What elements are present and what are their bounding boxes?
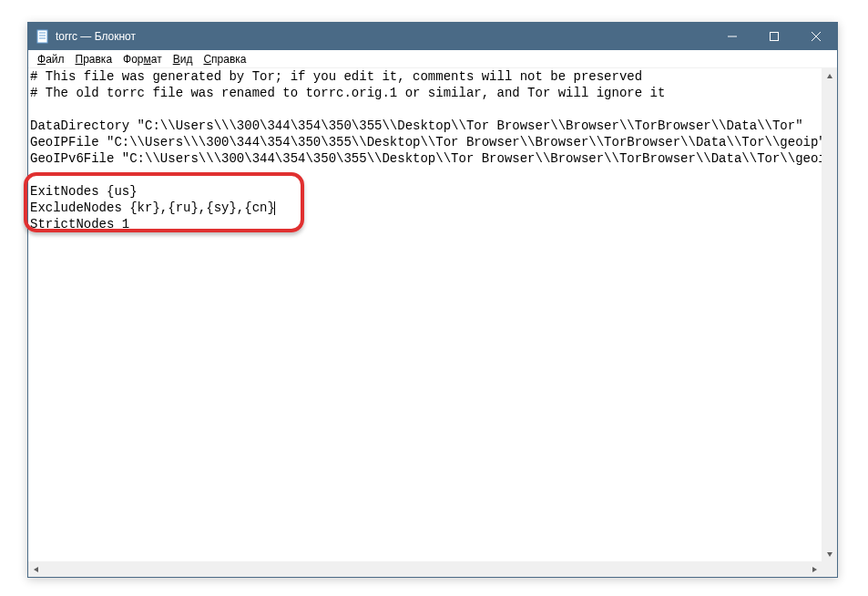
notepad-window: torrc — Блокнот Файл Правка Формат Вид С… [27, 22, 838, 578]
titlebar[interactable]: torrc — Блокнот [28, 23, 837, 50]
window-controls [711, 23, 837, 50]
svg-marker-9 [827, 552, 832, 557]
maximize-button[interactable] [753, 23, 795, 50]
scroll-corner [822, 561, 837, 577]
menu-file[interactable]: Файл [32, 52, 70, 67]
scroll-track-horizontal[interactable] [44, 561, 806, 577]
notepad-icon [36, 29, 50, 44]
svg-marker-11 [812, 567, 817, 572]
minimize-button[interactable] [711, 23, 753, 50]
scroll-left-button[interactable] [28, 561, 44, 577]
svg-marker-10 [34, 567, 38, 572]
horizontal-scrollbar[interactable] [28, 561, 822, 577]
menu-help[interactable]: Справка [198, 52, 251, 67]
menu-edit[interactable]: Правка [70, 52, 118, 67]
close-button[interactable] [795, 23, 837, 50]
vertical-scrollbar[interactable] [822, 68, 837, 561]
menu-view[interactable]: Вид [168, 52, 199, 67]
svg-marker-8 [827, 74, 832, 78]
text-editor[interactable]: # This file was generated by Tor; if you… [28, 68, 822, 561]
menu-format[interactable]: Формат [117, 52, 168, 67]
scroll-down-button[interactable] [822, 546, 837, 561]
menubar: Файл Правка Формат Вид Справка [28, 50, 837, 68]
scroll-track-vertical[interactable] [822, 84, 837, 546]
scroll-up-button[interactable] [822, 68, 837, 84]
window-title: torrc — Блокнот [56, 30, 136, 43]
scroll-right-button[interactable] [806, 561, 822, 577]
editor-area: # This file was generated by Tor; if you… [28, 68, 837, 577]
svg-rect-5 [771, 33, 779, 41]
svg-rect-0 [37, 30, 47, 43]
